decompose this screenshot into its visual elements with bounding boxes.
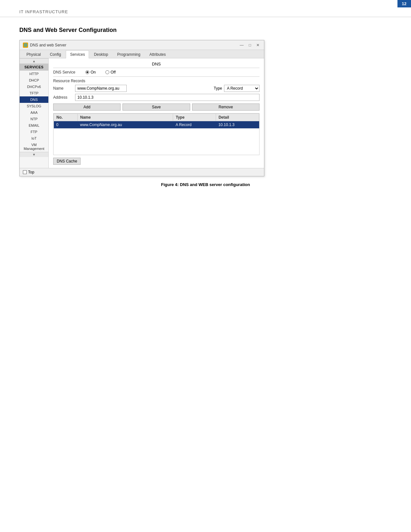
services-sidebar: ▲ SERVICES HTTP DHCP DHCPv6 TFTP DNS SYS… <box>20 58 49 168</box>
main-panel: DNS DNS Service On Off <box>49 58 264 168</box>
tab-services[interactable]: Services <box>66 50 89 58</box>
cell-name: www.CompName.org.au <box>77 121 173 129</box>
cell-no: 0 <box>54 121 78 129</box>
tab-config[interactable]: Config <box>46 50 65 58</box>
dns-section-title: DNS <box>53 62 259 68</box>
sidebar-item-tftp[interactable]: TFTP <box>20 90 48 96</box>
window-app-icon: 🌐 <box>23 43 28 48</box>
window-title-area: 🌐 DNS and web Server <box>23 43 66 48</box>
table-row[interactable]: 0 www.CompName.org.au A Record 10.10.1.3 <box>54 121 259 129</box>
col-detail: Detail <box>216 114 259 121</box>
services-header: SERVICES <box>20 64 48 71</box>
top-checkbox-item[interactable]: Top <box>23 170 34 174</box>
dns-off-label: Off <box>111 70 116 74</box>
sidebar-item-email[interactable]: EMAIL <box>20 122 48 129</box>
name-type-row: Name Type A Record AAAA Record CNAME MX … <box>53 85 259 92</box>
address-row: Address <box>53 94 259 101</box>
window-body: ▲ SERVICES HTTP DHCP DHCPv6 TFTP DNS SYS… <box>20 58 264 168</box>
window-controls[interactable]: — □ ✕ <box>239 43 261 47</box>
dns-on-label: On <box>91 70 96 74</box>
dns-on-radio-circle <box>85 70 89 74</box>
tab-desktop[interactable]: Desktop <box>90 50 112 58</box>
sidebar-item-aaa[interactable]: AAA <box>20 109 48 116</box>
sidebar-item-syslog[interactable]: SYSLOG <box>20 103 48 109</box>
add-button[interactable]: Add <box>53 103 121 111</box>
window-tabs: Physical Config Services Desktop Program… <box>20 50 264 58</box>
action-button-row: Add Save Remove <box>53 103 259 111</box>
sidebar-item-vm-management[interactable]: VM Management <box>20 142 48 152</box>
col-type: Type <box>173 114 216 121</box>
sidebar-item-ftp[interactable]: FTP <box>20 129 48 135</box>
address-input[interactable] <box>75 94 259 101</box>
name-label: Name <box>53 86 73 91</box>
type-label-group: Type A Record AAAA Record CNAME MX Recor… <box>214 85 259 92</box>
dns-off-radio-circle <box>105 70 109 74</box>
dns-cache-button[interactable]: DNS Cache <box>53 158 81 165</box>
dns-service-label: DNS Service <box>53 70 85 74</box>
doc-content: DNS and Web Server Configuration 🌐 DNS a… <box>0 17 411 197</box>
address-label: Address <box>53 95 73 100</box>
cell-type: A Record <box>173 121 216 129</box>
tab-physical[interactable]: Physical <box>22 50 45 58</box>
dns-records-table-area: No. Name Type Detail 0 www.CompName.org.… <box>53 113 259 155</box>
page-number: 12 <box>397 0 411 7</box>
cell-detail: 10.10.1.3 <box>216 121 259 129</box>
save-button[interactable]: Save <box>122 103 190 111</box>
sidebar-scroll-down[interactable]: ▼ <box>20 152 48 157</box>
doc-header: IT INFRASTRUCTURE <box>0 0 411 17</box>
sidebar-item-http[interactable]: HTTP <box>20 71 48 77</box>
header-title: IT INFRASTRUCTURE <box>19 9 68 14</box>
sidebar-item-ntp[interactable]: NTP <box>20 116 48 122</box>
figure-caption: Figure 4: DNS and WEB server configurati… <box>19 182 392 187</box>
close-button[interactable]: ✕ <box>255 43 261 47</box>
top-checkbox-label: Top <box>28 170 34 174</box>
window-title: DNS and web Server <box>30 43 66 47</box>
window-bottom-bar: Top <box>20 168 264 176</box>
maximize-button[interactable]: □ <box>248 43 252 47</box>
dns-service-row: DNS Service On Off <box>53 70 259 74</box>
col-no: No. <box>54 114 78 121</box>
section-heading: DNS and Web Server Configuration <box>19 27 392 34</box>
type-label: Type <box>214 86 222 91</box>
dns-web-server-window: 🌐 DNS and web Server — □ ✕ Physical Conf… <box>19 40 264 176</box>
dns-off-radio[interactable]: Off <box>105 70 116 74</box>
section-divider-1 <box>53 76 259 77</box>
col-name: Name <box>77 114 173 121</box>
table-header-row: No. Name Type Detail <box>54 114 259 121</box>
tab-attributes[interactable]: Attributes <box>145 50 170 58</box>
name-input[interactable] <box>75 85 127 92</box>
sidebar-item-dhcpv6[interactable]: DHCPv6 <box>20 84 48 90</box>
sidebar-item-iot[interactable]: IoT <box>20 135 48 142</box>
sidebar-scroll-up[interactable]: ▲ <box>20 58 48 64</box>
type-select[interactable]: A Record AAAA Record CNAME MX Record NS … <box>224 85 259 92</box>
remove-button[interactable]: Remove <box>192 103 259 111</box>
top-checkbox[interactable] <box>23 170 27 174</box>
dns-on-radio[interactable]: On <box>85 70 96 74</box>
sidebar-item-dns[interactable]: DNS <box>20 96 48 103</box>
sidebar-item-dhcp[interactable]: DHCP <box>20 77 48 84</box>
window-titlebar: 🌐 DNS and web Server — □ ✕ <box>20 40 264 50</box>
dns-service-radio-group: On Off <box>85 70 259 74</box>
tab-programming[interactable]: Programming <box>113 50 144 58</box>
resource-records-label: Resource Records <box>53 79 259 83</box>
dns-records-table: No. Name Type Detail 0 www.CompName.org.… <box>54 113 259 129</box>
minimize-button[interactable]: — <box>239 43 245 47</box>
